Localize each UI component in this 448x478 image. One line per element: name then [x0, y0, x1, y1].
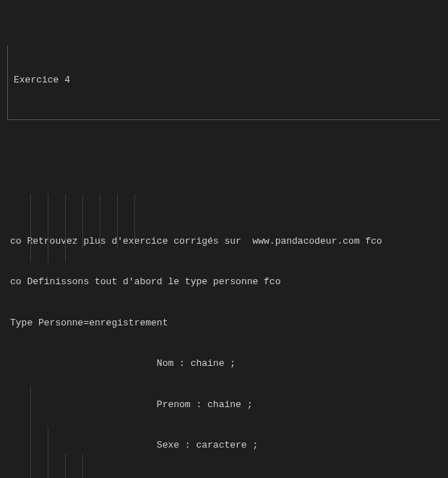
code-line: Type Personne=enregistrement [10, 317, 441, 330]
code-editor[interactable]: Exercice 4 co Retrouvez plus d'exercice … [0, 0, 448, 478]
title-frame: Exercice 4 [7, 46, 440, 120]
code-line: co Retrouvez plus d'exercice corrigés su… [10, 235, 441, 249]
code-block: co Retrouvez plus d'exercice corrigés su… [7, 166, 441, 478]
code-line: Prenom : chaine ; [10, 398, 441, 412]
code-line: co Definissons tout d'abord le type pers… [10, 276, 441, 289]
code-line: Nom : chaine ; [10, 357, 441, 371]
editor-title: Exercice 4 [14, 74, 440, 88]
code-line: Sexe : caractere ; [10, 439, 441, 453]
